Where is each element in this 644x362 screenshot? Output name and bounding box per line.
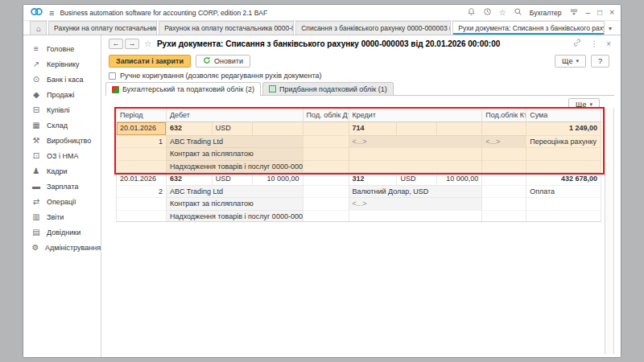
tab-home[interactable]: ⌂ xyxy=(30,21,47,35)
cell-tax-kt[interactable] xyxy=(482,197,526,210)
cell-credit-analytics[interactable]: Валютний Долар, USD xyxy=(349,185,483,198)
cell-empty[interactable] xyxy=(117,147,167,160)
sidebar-item-sklad[interactable]: ▦Склад xyxy=(23,117,101,133)
sidebar-item-kadry[interactable]: ♟Кадри xyxy=(23,163,101,179)
history-clock-icon[interactable] xyxy=(483,7,492,18)
sidebar-item-dovidnyky[interactable]: ▤Довідники xyxy=(23,224,101,240)
more-actions-button[interactable]: Ще ▾ xyxy=(555,55,586,68)
cell-tax-dt[interactable] xyxy=(303,173,349,185)
cell-credit-analytics[interactable] xyxy=(349,160,483,173)
cell-comment[interactable]: Переоцінка рахунку xyxy=(526,135,601,148)
sidebar-item-zarplata[interactable]: ▬Зарплата xyxy=(23,179,101,194)
cell-debit-currency[interactable]: USD xyxy=(213,122,253,135)
add-favorite-star-icon[interactable]: ☆ xyxy=(144,39,152,49)
sidebar-item-zvity[interactable]: ▥Звіти xyxy=(23,209,101,224)
cell-tax-dt[interactable] xyxy=(303,147,349,160)
save-and-close-button[interactable]: Записати і закрити xyxy=(109,55,191,68)
cell-comment[interactable] xyxy=(526,210,601,222)
col-debit[interactable]: Дебет xyxy=(167,109,303,122)
col-sum[interactable]: Сума xyxy=(526,109,601,122)
cell-tax-kt[interactable] xyxy=(482,210,526,222)
sidebar-item-operatsii[interactable]: ⇄Операції xyxy=(23,194,101,209)
table-row[interactable]: Контракт за післяплатою <...> xyxy=(117,197,601,210)
col-tax-kt[interactable]: Под.облік Кт xyxy=(482,109,526,122)
close-window-button[interactable]: × xyxy=(609,9,614,17)
col-period[interactable]: Період xyxy=(117,109,167,122)
table-row[interactable]: 20.01.2026 632 USD 714 1 249,00 xyxy=(117,122,601,135)
manual-adjustment-checkbox[interactable] xyxy=(109,72,116,80)
cell-tax-dt[interactable] xyxy=(303,122,349,135)
help-button[interactable]: ? xyxy=(591,55,609,68)
cell-debit-amount[interactable]: 10 000,00 xyxy=(253,173,303,185)
main-menu-icon[interactable]: ≡ xyxy=(49,8,54,18)
table-row[interactable]: 20.01.2026 632 USD 10 000,00 312 USD 10 … xyxy=(117,172,601,185)
tab-accounting-register[interactable]: Бухгалтерський та податковий облік (2) xyxy=(105,82,261,96)
cell-tax-dt[interactable] xyxy=(303,160,349,173)
sidebar-item-holovne[interactable]: ≡Головне xyxy=(23,41,101,56)
table-row[interactable]: Надходження товарів і послуг 0000-000002… xyxy=(117,210,601,223)
tab-bank-writeoff-doc[interactable]: Списання з банківського рахунку 0000-000… xyxy=(295,21,451,35)
cell-tax-dt[interactable] xyxy=(303,210,349,222)
sidebar-item-prodazhi[interactable]: ◆Продажі xyxy=(23,87,101,102)
cell-tax-dt[interactable] xyxy=(303,185,349,198)
col-credit[interactable]: Кредит xyxy=(349,109,483,122)
tab-document-movements[interactable]: Рухи документа: Списання з банківського … xyxy=(452,21,605,35)
cell-tax-kt[interactable] xyxy=(482,147,526,160)
close-form-icon[interactable]: × xyxy=(606,39,611,48)
cell-sum[interactable]: 432 678,00 xyxy=(526,173,601,185)
get-link-icon[interactable] xyxy=(572,38,582,49)
cell-period[interactable]: 20.01.2026 xyxy=(117,122,167,135)
search-icon[interactable] xyxy=(514,7,522,18)
cell-debit-analytics[interactable]: Надходження товарів і послуг 0000-000002… xyxy=(167,160,303,173)
cell-debit-currency[interactable]: USD xyxy=(213,173,253,185)
cell-credit-analytics[interactable] xyxy=(349,147,483,160)
favorites-star-icon[interactable]: ☆ xyxy=(499,8,506,17)
cell-debit-analytics[interactable]: Контракт за післяплатою xyxy=(167,197,303,210)
cell-row-number[interactable]: 2 xyxy=(117,185,167,198)
cell-debit-analytics[interactable]: ABC Trading Ltd xyxy=(167,135,303,148)
tab-purchase-tax-register[interactable]: Придбання податковий облік (1) xyxy=(262,82,394,95)
service-menu-icon[interactable] xyxy=(569,7,579,18)
cell-debit-analytics[interactable]: Надходження товарів і послуг 0000-000002… xyxy=(167,210,303,222)
cell-credit-analytics[interactable]: <...> xyxy=(349,135,483,148)
cell-comment[interactable] xyxy=(526,147,601,160)
table-row[interactable]: Контракт за післяплатою xyxy=(117,147,601,160)
cell-credit-currency[interactable]: USD xyxy=(397,173,437,185)
tab-list-dropdown-icon[interactable]: ▾ xyxy=(606,25,614,35)
cell-credit-account[interactable]: 714 xyxy=(349,122,398,135)
cell-tax-dt[interactable] xyxy=(303,135,349,148)
cell-row-number[interactable]: 1 xyxy=(117,135,167,148)
cell-empty[interactable] xyxy=(117,197,167,210)
table-row[interactable]: 2 ABC Trading Ltd Валютний Долар, USD Оп… xyxy=(117,185,601,198)
maximize-button[interactable]: □ xyxy=(597,9,602,17)
cell-debit-analytics[interactable]: Контракт за післяплатою xyxy=(167,147,303,160)
cell-tax-kt[interactable] xyxy=(482,185,526,198)
cell-tax-kt[interactable] xyxy=(482,160,526,173)
cell-credit-analytics[interactable] xyxy=(349,210,483,222)
cell-empty[interactable] xyxy=(117,160,167,173)
cell-sum[interactable]: 1 249,00 xyxy=(526,122,601,135)
cell-credit-analytics[interactable]: <...> xyxy=(349,197,483,210)
cell-comment[interactable]: Оплата xyxy=(526,185,601,198)
cell-debit-analytics[interactable]: ABC Trading Ltd xyxy=(167,185,303,198)
cell-credit-account[interactable]: 312 xyxy=(349,173,398,185)
forward-button[interactable]: → xyxy=(125,39,139,49)
table-scrollbar[interactable] xyxy=(605,109,614,354)
cell-tax-dt[interactable] xyxy=(303,197,349,210)
sidebar-item-oz-i-nma[interactable]: ⊡ОЗ і НМА xyxy=(23,148,101,163)
table-row[interactable]: 1 ABC Trading Ltd <...> <...> Переоцінка… xyxy=(117,135,601,148)
back-button[interactable]: ← xyxy=(109,39,123,49)
cell-tax-kt[interactable] xyxy=(482,173,526,185)
cell-debit-account[interactable]: 632 xyxy=(167,173,213,185)
sidebar-item-kupivli[interactable]: ⊟Купівлі xyxy=(23,102,101,117)
refresh-button[interactable]: Оновити xyxy=(196,55,250,68)
tab-supplier-invoice-doc[interactable]: Рахунок на оплату постачальника 0000-000… xyxy=(159,21,294,35)
sidebar-item-bank-i-kasa[interactable]: ⊙Банк і каса xyxy=(23,72,101,87)
col-tax-dt[interactable]: Под. облік Дт xyxy=(303,109,349,122)
notifications-bell-icon[interactable] xyxy=(467,7,476,18)
sidebar-item-vyrobnytstvo[interactable]: ⚒Виробництво xyxy=(23,133,101,148)
sidebar-item-kerivnyku[interactable]: ↗Керівнику xyxy=(23,56,101,72)
cell-empty[interactable] xyxy=(117,210,167,222)
cell-tax-kt[interactable] xyxy=(482,122,526,135)
more-menu-icon[interactable]: ⋮ xyxy=(590,39,598,48)
